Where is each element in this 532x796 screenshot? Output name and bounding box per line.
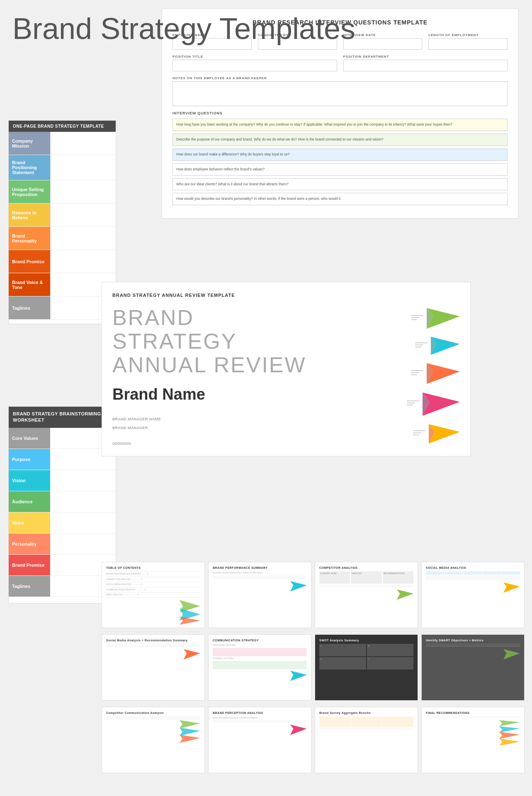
annual-review-big-title: BRANDSTRATEGYANNUAL REVIEW <box>112 306 335 377</box>
thumb-title-social-rec: Social Media Analysis + Recommendation S… <box>106 639 200 642</box>
svg-marker-21 <box>180 735 200 743</box>
thumb-planes-performance <box>213 580 307 592</box>
strategy-row-company-mission: Company Mission <box>9 132 116 155</box>
one-page-template: ONE-PAGE BRAND STRATEGY TEMPLATE Company… <box>8 120 116 324</box>
thumbnail-final-rec: FINAL RECOMMENDATIONS <box>421 707 525 773</box>
thumbnail-grid-top: TABLE OF CONTENTS BRAND PERFORMANCE SUMM… <box>102 562 525 628</box>
thumbnail-brand-perception: BRAND PERCEPTION ANALYSIS Brand Percepti… <box>208 707 311 773</box>
thumb-planes-perception <box>213 723 307 735</box>
thumb-plane-svg-9 <box>290 723 307 735</box>
label-length-employment: LENGTH OF EMPLOYMENT <box>428 33 508 37</box>
input-position-dept[interactable] <box>343 60 508 71</box>
interview-form-row2: POSITION TITLE POSITION DEPARTMENT <box>172 55 508 71</box>
thumb-content-final-rec <box>426 716 520 718</box>
annual-review-manager-name: BRAND MANAGER NAME <box>112 416 335 422</box>
brainstorm-row-b-promise: Brand Promise <box>9 555 116 576</box>
brainstorm-row-purpose: Purpose <box>9 449 116 470</box>
plane-group-5 <box>413 422 460 444</box>
input-length-employment[interactable] <box>428 38 508 50</box>
plane-icon-pink <box>423 390 460 416</box>
plane-line <box>407 405 413 405</box>
thumb-title-survey: Brand Survey Aggregate Results <box>319 711 413 714</box>
question-6: How would you describe our brand's perso… <box>172 193 508 205</box>
thumbnail-survey: Brand Survey Aggregate Results <box>315 707 418 773</box>
svg-marker-12 <box>180 616 200 625</box>
thumb-content-swot: S W O T <box>319 644 413 670</box>
brainstorm-template: BRAND STRATEGY BRAINSTORMING WORKSHEET C… <box>8 406 116 604</box>
plane-icon-green <box>427 306 460 329</box>
label-promise: Brand Promise <box>9 250 50 273</box>
thumbnail-competitor: COMPETITOR ANALYSIS CURRENT YEAR ANALYSI… <box>315 562 418 628</box>
thumb-plane-svg-8 <box>180 720 200 743</box>
annual-review-manager-title: BRAND MANAGER <box>112 425 335 431</box>
annual-review-left: BRANDSTRATEGYANNUAL REVIEW Brand Name BR… <box>112 306 335 446</box>
plane-lines-2 <box>415 342 428 347</box>
thumb-planes-final-rec <box>426 720 520 747</box>
brainstorm-content-vision <box>50 470 116 491</box>
content-usp <box>50 180 116 203</box>
label-usp: Unique Selling Proposition <box>9 180 50 203</box>
brainstorm-label-b-taglines: Taglines <box>9 576 50 597</box>
strategy-row-usp: Unique Selling Proposition <box>9 180 116 204</box>
thumb-planes-toc <box>106 600 200 625</box>
brainstorm-row-audience: Audience <box>9 491 116 512</box>
input-position-title[interactable] <box>172 60 337 71</box>
thumb-content-toc: BRAND PERFORMANCE SUMMARY ........ 2 COM… <box>106 571 200 598</box>
thumb-content-survey <box>319 716 413 728</box>
content-positioning <box>50 155 116 180</box>
plane-line <box>413 430 425 431</box>
brainstorm-content-audience <box>50 491 116 512</box>
plane-lines-4 <box>407 400 419 405</box>
brainstorm-label-b-personality: Personality <box>9 534 50 554</box>
thumb-plane-svg-10 <box>499 720 520 747</box>
strategy-row-reasons: Reasons to Believe <box>9 204 116 227</box>
plane-group-3 <box>411 361 460 384</box>
question-2: Describe the purpose of our company and … <box>172 133 508 146</box>
thumb-title-comm-strategy: COMMUNICATION STRATEGY <box>213 639 307 642</box>
thumb-content-performance: Summary of brand performance metrics for… <box>213 571 307 579</box>
strategy-row-promise: Brand Promise <box>9 250 116 273</box>
thumb-planes-social-rec <box>106 648 200 660</box>
brainstorm-row-b-taglines: Taglines <box>9 576 116 597</box>
thumb-planes-social <box>426 581 520 593</box>
plane-icon-amber <box>429 422 460 444</box>
brainstorm-content-voice <box>50 512 116 533</box>
thumbnail-toc: TABLE OF CONTENTS BRAND PERFORMANCE SUMM… <box>102 562 205 628</box>
brainstorm-row-b-personality: Personality <box>9 534 116 555</box>
thumb-title-swot: SWOT Analysis Summary <box>319 639 413 642</box>
brainstorm-rows: Core Values Purpose Vision Audience Voic… <box>9 428 116 597</box>
svg-marker-16 <box>184 649 200 660</box>
input-notes[interactable] <box>172 81 508 106</box>
thumb-content-social-media <box>426 571 520 580</box>
thumb-plane-svg-4 <box>503 581 520 593</box>
label-company-mission: Company Mission <box>9 132 50 155</box>
thumb-planes-comp-comm <box>106 720 200 743</box>
strategy-row-voice: Brand Voice & Tone <box>9 273 116 296</box>
plane-icon-cyan <box>431 335 460 355</box>
plane-line <box>411 372 419 373</box>
label-voice: Brand Voice & Tone <box>9 273 50 296</box>
content-personality <box>50 227 116 250</box>
strategy-row-personality: Brand Personality <box>9 227 116 250</box>
svg-marker-20 <box>180 728 200 736</box>
svg-marker-13 <box>290 581 307 591</box>
plane-line <box>415 347 421 347</box>
thumbnail-smart: Identify SMART Objectives + Metrics <box>421 634 525 701</box>
plane-line <box>407 403 415 403</box>
thumb-content-competitor-comm <box>106 716 200 719</box>
strategy-rows: Company Mission Brand Positioning Statem… <box>9 132 116 320</box>
questions-label: INTERVIEW QUESTIONS <box>172 111 508 115</box>
thumb-content-social-rec <box>106 644 200 647</box>
plane-line <box>413 432 421 433</box>
annual-review-date: 00/00/0000 <box>112 442 335 446</box>
field-position-title: POSITION TITLE <box>172 55 337 71</box>
plane-lines-3 <box>411 370 423 375</box>
thumbnail-grid-bottom: Competitor Communication Analysis BRAND … <box>102 707 525 773</box>
svg-marker-15 <box>503 582 520 593</box>
plane-line <box>407 400 419 401</box>
thumbnail-grid-middle: Social Media Analysis + Recommendation S… <box>102 634 525 701</box>
svg-marker-25 <box>499 732 520 739</box>
question-4: How does employee behavior reflect the b… <box>172 163 508 176</box>
notes-section: NOTES ON THIS EMPLOYEE AS A BRAND KEEPER <box>172 76 508 106</box>
svg-marker-26 <box>499 738 520 746</box>
